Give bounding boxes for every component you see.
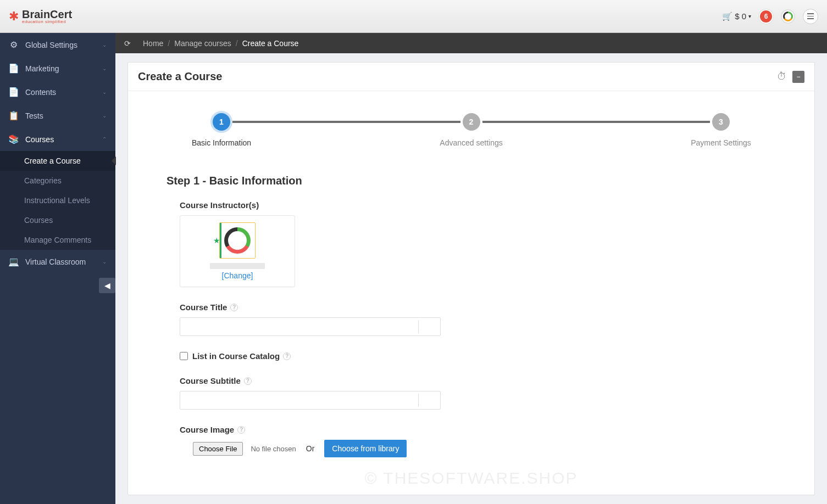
sidebar-item-global-settings[interactable]: ⚙ Global Settings ⌄ — [0, 33, 115, 57]
form-body: Step 1 - Basic Information Course Instru… — [128, 164, 814, 495]
chevron-down-icon: ⌄ — [102, 259, 107, 265]
chevron-up-icon: ⌃ — [102, 136, 107, 142]
sidebar-sub-courses[interactable]: Courses — [0, 210, 115, 230]
sidebar-submenu-courses: Create a Course Categories Instructional… — [0, 151, 115, 250]
sidebar-item-label: Marketing — [25, 64, 59, 73]
sidebar-item-label: Tests — [25, 111, 43, 120]
star-icon: ★ — [213, 236, 220, 245]
menu-button[interactable] — [803, 9, 818, 24]
logo-tagline: education simplified — [22, 20, 72, 24]
sidebar: ⚙ Global Settings ⌄ 📄 Marketing ⌄ 📄 Cont… — [0, 33, 115, 504]
help-icon[interactable]: ? — [244, 377, 252, 385]
help-icon[interactable]: ? — [283, 352, 291, 360]
sidebar-item-virtual-classroom[interactable]: 💻 Virtual Classroom ⌄ — [0, 250, 115, 273]
user-avatar[interactable] — [781, 9, 795, 24]
cart-dropdown[interactable]: 🛒 $ 0 ▾ — [722, 12, 751, 21]
logo-icon: ✱ — [9, 9, 19, 24]
sidebar-sub-categories[interactable]: Categories — [0, 171, 115, 191]
field-label-instructor: Course Instructor(s) — [180, 200, 776, 210]
step-connector — [482, 121, 711, 123]
label-text: Course Image — [180, 425, 234, 434]
content-card: Create a Course ⏱ − 1 Basic Information … — [127, 62, 815, 495]
course-subtitle-input-wrap — [180, 391, 441, 410]
course-title-input-wrap — [180, 317, 441, 336]
label-text: List in Course Catalog — [192, 351, 280, 361]
or-text: Or — [306, 444, 315, 453]
refresh-icon[interactable]: ⟳ — [124, 39, 131, 48]
field-label-subtitle: Course Subtitle ? — [180, 376, 776, 385]
choose-from-library-button[interactable]: Choose from library — [324, 440, 407, 457]
no-file-text: No file chosen — [251, 445, 296, 453]
label-text: Course Title — [180, 303, 227, 312]
instructor-card: ★ [Change] — [180, 215, 295, 287]
sidebar-item-label: Virtual Classroom — [25, 257, 86, 266]
sidebar-item-courses[interactable]: 📚 Courses ⌃ — [0, 127, 115, 151]
step-label: Payment Settings — [691, 138, 751, 147]
breadcrumb-manage[interactable]: Manage courses — [174, 39, 231, 48]
field-label-image: Course Image ? — [180, 425, 776, 434]
field-label-title: Course Title ? — [180, 303, 776, 312]
avatar-icon — [224, 227, 251, 254]
sidebar-item-contents[interactable]: 📄 Contents ⌄ — [0, 80, 115, 104]
sidebar-collapse-button[interactable]: ◀ — [99, 278, 115, 293]
cart-amount: $ 0 — [735, 12, 746, 21]
step-circle: 3 — [712, 113, 730, 131]
help-icon[interactable]: ? — [237, 426, 245, 434]
chevron-down-icon: ⌄ — [102, 42, 107, 48]
step-circle: 1 — [213, 113, 230, 131]
clipboard-icon: 📋 — [9, 110, 19, 121]
step-3[interactable]: 3 Payment Settings — [682, 113, 759, 147]
sidebar-item-label: Contents — [25, 88, 56, 97]
page-title: Create a Course — [138, 70, 222, 83]
stepper: 1 Basic Information 2 Advanced settings … — [128, 91, 814, 164]
breadcrumb-sep: / — [236, 39, 238, 48]
field-catalog: List in Course Catalog ? — [180, 351, 776, 361]
breadcrumb-home[interactable]: Home — [143, 39, 163, 48]
step-2[interactable]: 2 Advanced settings — [433, 113, 510, 147]
sidebar-sub-manage-comments[interactable]: Manage Comments — [0, 230, 115, 250]
logo[interactable]: ✱ BrainCert education simplified — [9, 9, 72, 24]
step-circle: 2 — [463, 113, 480, 131]
sidebar-sub-create-course[interactable]: Create a Course — [0, 151, 115, 171]
change-instructor-link[interactable]: [Change] — [187, 271, 288, 280]
chevron-down-icon: ⌄ — [102, 89, 107, 95]
topbar: ✱ BrainCert education simplified 🛒 $ 0 ▾… — [0, 0, 827, 33]
course-title-input[interactable] — [185, 320, 418, 333]
document-icon: 📄 — [9, 87, 19, 97]
breadcrumb: ⟳ Home / Manage courses / Create a Cours… — [115, 33, 827, 53]
chevron-down-icon: ⌄ — [102, 113, 107, 119]
field-image: Course Image ? Choose File No file chose… — [180, 425, 776, 457]
logo-brand: BrainCert — [22, 9, 72, 20]
breadcrumb-current: Create a Course — [242, 39, 299, 48]
title-dropdown-addon[interactable] — [418, 320, 436, 333]
sidebar-sub-instructional-levels[interactable]: Instructional Levels — [0, 191, 115, 210]
laptop-icon: 💻 — [9, 256, 19, 267]
sidebar-item-marketing[interactable]: 📄 Marketing ⌄ — [0, 57, 115, 80]
step-label: Advanced settings — [440, 138, 502, 147]
collapse-card-button[interactable]: − — [792, 71, 804, 83]
gauge-icon[interactable]: ⏱ — [776, 71, 788, 83]
breadcrumb-sep: / — [168, 39, 170, 48]
document-icon: 📄 — [9, 63, 19, 74]
chevron-down-icon: ⌄ — [102, 65, 107, 71]
card-tools: ⏱ − — [776, 71, 804, 83]
field-title: Course Title ? — [180, 303, 776, 336]
instructor-name-redacted — [210, 263, 265, 269]
card-header: Create a Course ⏱ − — [128, 63, 814, 91]
catalog-checkbox[interactable] — [180, 352, 188, 360]
subtitle-dropdown-addon[interactable] — [418, 394, 436, 407]
notifications-badge[interactable]: 6 — [759, 9, 773, 24]
step-label: Basic Information — [192, 138, 251, 147]
choose-file-button[interactable]: Choose File — [193, 442, 243, 456]
gear-icon: ⚙ — [9, 40, 19, 50]
instructor-avatar: ★ — [219, 222, 256, 259]
course-subtitle-input[interactable] — [185, 394, 418, 407]
logo-text: BrainCert education simplified — [22, 9, 72, 24]
sidebar-item-tests[interactable]: 📋 Tests ⌄ — [0, 104, 115, 127]
help-icon[interactable]: ? — [230, 304, 238, 311]
sidebar-item-label: Global Settings — [25, 41, 77, 49]
step-heading: Step 1 - Basic Information — [166, 175, 776, 187]
main: ⟳ Home / Manage courses / Create a Cours… — [115, 33, 827, 504]
step-1[interactable]: 1 Basic Information — [183, 113, 260, 147]
cart-icon: 🛒 — [722, 12, 732, 21]
